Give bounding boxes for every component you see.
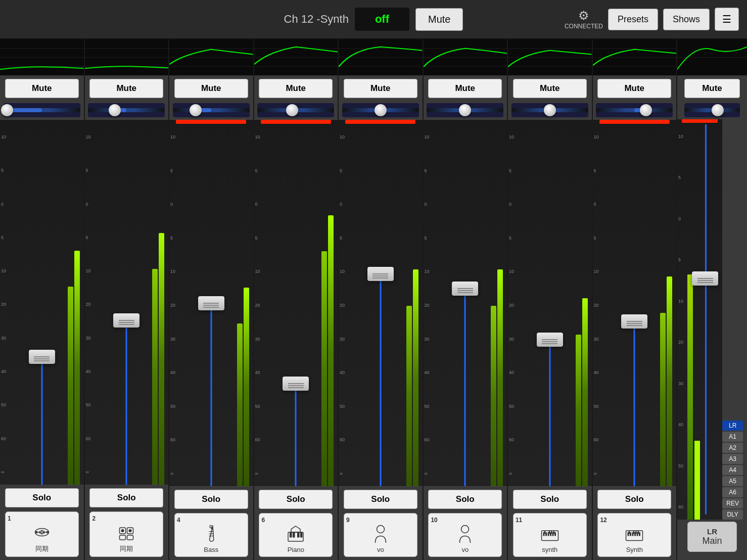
pan-slider-9[interactable]	[342, 103, 419, 117]
channel-label-6[interactable]: 6 Piano	[259, 513, 333, 557]
svg-point-11	[41, 530, 42, 532]
solo-button-11[interactable]: Solo	[513, 490, 587, 509]
channel-label-4[interactable]: 4 Bass	[174, 513, 248, 557]
fader-blue-1	[41, 357, 42, 485]
mute-button-11[interactable]: Mute	[513, 79, 587, 98]
solo-button-9[interactable]: Solo	[344, 490, 417, 509]
bus-btn-A2[interactable]: A2	[722, 443, 743, 453]
eq-display-6	[254, 39, 338, 76]
channel-label-11[interactable]: 11 synth	[513, 513, 587, 557]
bus-btn-A6[interactable]: A6	[722, 487, 743, 497]
channel-num-11: 11	[516, 517, 522, 524]
channel-label-1[interactable]: 1 同期	[5, 511, 79, 557]
svg-rect-62	[544, 531, 545, 534]
scale-6: 10505102030405060∞	[255, 135, 260, 476]
channel-strip-10: Mute 10505102030405060∞ Solo 10 vo	[424, 39, 508, 560]
master-pan-slider[interactable]	[684, 103, 740, 117]
solo-button-6[interactable]: Solo	[259, 490, 333, 509]
svg-point-21	[121, 529, 124, 532]
pan-slider-6[interactable]	[257, 103, 334, 117]
fader-area-6: 10505102030405060∞	[254, 119, 338, 487]
svg-rect-72	[630, 532, 631, 536]
mute-button-1[interactable]: Mute	[5, 79, 79, 98]
pan-slider-2[interactable]	[88, 103, 165, 117]
pan-slider-10[interactable]	[427, 103, 503, 117]
svg-point-50	[461, 526, 469, 533]
menu-button[interactable]: ☰	[715, 8, 739, 31]
fader-blue-11	[549, 340, 550, 486]
bus-btn-A3[interactable]: A3	[722, 454, 743, 464]
fader-handle-11[interactable]	[537, 333, 563, 347]
fader-area-2: 10505102030405060∞	[85, 119, 169, 485]
channel-name-6: Piano	[288, 546, 304, 553]
fader-area-10: 10505102030405060∞	[424, 119, 507, 487]
fader-blue-2	[126, 320, 127, 485]
mute-button-2[interactable]: Mute	[89, 79, 163, 98]
scale-4: 10505102030405060∞	[170, 135, 175, 476]
bus-btn-A4[interactable]: A4	[722, 465, 743, 475]
mute-button-12[interactable]: Mute	[597, 79, 671, 98]
solo-button-12[interactable]: Solo	[597, 490, 671, 509]
master-meter	[687, 124, 700, 520]
meter-1	[68, 125, 80, 485]
eq-display-4	[169, 39, 253, 76]
channel-label-10[interactable]: 10 vo	[428, 513, 502, 557]
fader-handle-4[interactable]	[198, 296, 224, 310]
presets-button[interactable]: Presets	[608, 9, 658, 30]
pan-slider-12[interactable]	[596, 103, 673, 117]
channel-strip-1: Mute 10505102030405060∞ Solo 1 同期	[0, 39, 85, 560]
channel-num-4: 4	[177, 517, 180, 524]
bus-btn-A1[interactable]: A1	[722, 432, 743, 442]
svg-rect-76	[639, 532, 640, 536]
channel-strip-4: Mute 10505102030405060∞ Solo 4 Bass	[169, 39, 254, 560]
solo-button-4[interactable]: Solo	[174, 490, 248, 509]
mute-button-10[interactable]: Mute	[428, 79, 502, 98]
svg-rect-61	[554, 532, 556, 536]
solo-button-1[interactable]: Solo	[5, 488, 79, 507]
solo-button-10[interactable]: Solo	[428, 490, 502, 509]
channel-num-10: 10	[431, 517, 437, 524]
master-label-box[interactable]: LR Main	[687, 522, 736, 552]
bus-btn-LR[interactable]: LR	[722, 421, 743, 431]
pan-slider-11[interactable]	[511, 103, 588, 117]
master-clip	[682, 119, 718, 123]
pan-slider-4[interactable]	[173, 103, 250, 117]
fader-handle-9[interactable]	[367, 267, 394, 281]
channel-label-9[interactable]: 9 vo	[344, 513, 417, 557]
fader-inner-11: 10505102030405060∞	[508, 120, 592, 486]
channel-icon-12	[625, 525, 643, 545]
fader-handle-6[interactable]	[283, 377, 309, 391]
channel-strip-9: Mute 10505102030405060∞ Solo 9 vo	[339, 39, 424, 560]
master-fader-blue	[705, 124, 707, 515]
bus-btn-A5[interactable]: A5	[722, 476, 743, 486]
fader-handle-1[interactable]	[29, 350, 55, 364]
channel-label-2[interactable]: 2 同期	[89, 511, 163, 557]
svg-point-22	[129, 529, 132, 532]
solo-button-2[interactable]: Solo	[89, 488, 163, 507]
channel-strip-12: Mute 10505102030405060∞ Solo 12 Synth	[593, 39, 677, 560]
master-fader-handle[interactable]	[692, 271, 718, 286]
fader-area-11: 10505102030405060∞	[508, 119, 592, 487]
pan-slider-1[interactable]	[4, 103, 80, 117]
mute-button-6[interactable]: Mute	[259, 79, 333, 98]
fader-handle-12[interactable]	[621, 314, 647, 329]
mute-button-9[interactable]: Mute	[344, 79, 417, 98]
master-mute-button[interactable]: Mute	[684, 79, 740, 98]
header-mute-button[interactable]: Mute	[415, 8, 463, 31]
master-eq-display	[677, 39, 747, 76]
mute-button-4[interactable]: Mute	[174, 79, 248, 98]
bus-btn-DLY[interactable]: DLY	[722, 509, 743, 520]
off-button[interactable]: off	[355, 8, 409, 31]
clip-bar-9	[345, 120, 415, 124]
bus-btn-REV[interactable]: REV	[722, 498, 743, 508]
shows-button[interactable]: Shows	[663, 9, 710, 30]
master-scale: 10 5 0 5 10 20 30 40 50 60	[678, 134, 683, 509]
fader-handle-10[interactable]	[452, 282, 478, 296]
svg-point-8	[46, 531, 49, 534]
scale-11: 10505102030405060∞	[509, 135, 514, 476]
channel-label-12[interactable]: 12 Synth	[597, 513, 671, 557]
fader-handle-2[interactable]	[113, 313, 139, 328]
channel-strip-11: Mute 10505102030405060∞ Solo 11 synth	[508, 39, 593, 560]
fader-area-9: 10505102030405060∞	[339, 119, 423, 487]
channel-label: Ch 12 -Synth	[284, 13, 349, 26]
